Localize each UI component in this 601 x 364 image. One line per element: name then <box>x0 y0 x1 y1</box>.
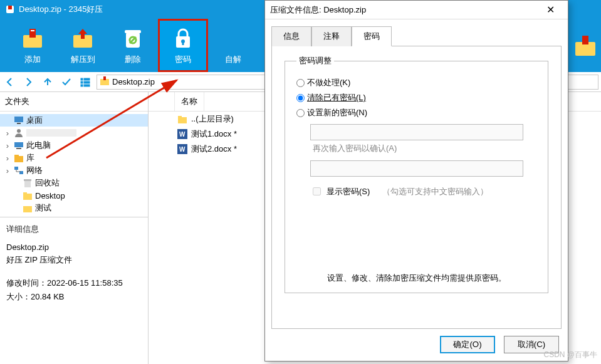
tree-label: 桌面 <box>26 115 43 126</box>
col-name[interactable]: 名称 <box>175 92 204 111</box>
svg-rect-26 <box>16 148 21 149</box>
radio-clear[interactable]: 清除已有密码(L) <box>296 90 536 105</box>
ok-button[interactable]: 确定(O) <box>440 336 495 353</box>
tree-desktop-folder[interactable]: Desktop <box>0 189 148 202</box>
password-label: 密码 <box>175 54 191 65</box>
tab-password[interactable]: 密码 <box>352 26 392 46</box>
detail-type: 好压 ZIP 压缩文件 <box>6 254 142 266</box>
window-title: Desktop.zip - 2345好压 <box>19 4 103 15</box>
svg-rect-7 <box>125 30 141 33</box>
svg-rect-32 <box>24 179 31 181</box>
tree-recycle[interactable]: 回收站 <box>0 177 148 189</box>
footer-message: 设置、修改、清除加密压缩文件均需提供原密码。 <box>296 273 536 284</box>
password-button[interactable]: 密码 <box>158 19 208 72</box>
delete-label: 删除 <box>125 54 141 65</box>
svg-rect-15 <box>81 81 83 83</box>
delete-button[interactable]: 删除 <box>108 19 158 72</box>
up-icon[interactable] <box>40 75 55 90</box>
radio-clear-label: 清除已有密码(L) <box>307 92 366 103</box>
radio-keep[interactable]: 不做处理(K) <box>296 75 536 90</box>
show-password-checkbox[interactable] <box>313 187 321 195</box>
word-icon: W <box>177 144 187 154</box>
back-icon[interactable] <box>3 75 18 90</box>
self-extract-button[interactable]: 自解 <box>208 19 258 72</box>
confirm-hint: 再次输入密码以确认(A) <box>313 143 536 154</box>
tree-test-folder[interactable]: 测试 <box>0 202 148 214</box>
svg-rect-25 <box>14 142 23 147</box>
tab-strip: 信息 注释 密码 <box>271 26 562 46</box>
radio-clear-input[interactable] <box>296 94 305 102</box>
tree-desktop[interactable]: 桌面 <box>0 114 148 127</box>
trash-icon <box>121 26 145 50</box>
fieldset-legend: 密码调整 <box>296 55 334 66</box>
cn-hint: （勾选可支持中文密码输入） <box>382 186 488 197</box>
extract-button[interactable]: 解压到 <box>58 19 108 72</box>
toolbar-right-icon <box>570 19 601 72</box>
svg-rect-4 <box>31 30 34 31</box>
sidebar: 文件夹 桌面 › ›此电脑 ›库 ›网络 回收站 Desktop 测试 详细信息… <box>0 92 149 364</box>
extract-label: 解压到 <box>71 54 95 65</box>
add-icon <box>21 26 44 50</box>
svg-rect-18 <box>84 81 90 83</box>
list-label: 测试2.docx * <box>191 143 237 155</box>
extract-icon <box>71 26 95 50</box>
tree-label: 测试 <box>35 202 51 214</box>
tree-lib[interactable]: ›库 <box>0 152 148 164</box>
svg-rect-19 <box>84 85 90 86</box>
svg-rect-34 <box>23 192 27 194</box>
detail-file: Desktop.zip <box>6 242 142 252</box>
details-panel: 详细信息 Desktop.zip 好压 ZIP 压缩文件 修改时间：2022-0… <box>0 217 148 364</box>
password-fieldset: 密码调整 不做处理(K) 清除已有密码(L) 设置新的密码(N) 再次输入密码以… <box>285 55 548 293</box>
lib-icon <box>14 153 24 163</box>
list-label: ..(上层目录) <box>191 113 234 125</box>
svg-rect-16 <box>81 85 83 86</box>
app-icon <box>5 4 15 14</box>
show-password-label: 显示密码(S) <box>327 186 370 197</box>
archive-name: Desktop.zip <box>112 77 155 86</box>
sidebar-header: 文件夹 <box>0 92 148 112</box>
close-icon[interactable]: ✕ <box>538 4 563 16</box>
tab-info[interactable]: 信息 <box>271 26 311 46</box>
svg-text:W: W <box>179 131 186 138</box>
folder-icon <box>177 114 187 124</box>
radio-keep-label: 不做处理(K) <box>307 77 350 88</box>
dialog-title: 压缩文件信息: Desktop.zip <box>270 4 538 16</box>
add-button[interactable]: 添加 <box>8 19 58 72</box>
tree-label: 回收站 <box>35 177 60 189</box>
tree: 桌面 › ›此电脑 ›库 ›网络 回收站 Desktop 测试 <box>0 112 148 217</box>
check-icon[interactable] <box>59 75 74 90</box>
self-icon <box>221 26 245 50</box>
tree-user[interactable]: › <box>0 127 148 139</box>
self-label: 自解 <box>225 54 241 65</box>
svg-rect-23 <box>17 123 21 124</box>
svg-point-24 <box>17 129 21 133</box>
radio-set-input[interactable] <box>296 109 305 117</box>
radio-set[interactable]: 设置新的密码(N) <box>296 105 536 120</box>
net-icon <box>14 165 24 175</box>
list-icon[interactable] <box>78 75 93 90</box>
desktop-icon <box>14 115 24 125</box>
password-input[interactable] <box>310 124 523 140</box>
tree-net[interactable]: ›网络 <box>0 164 148 177</box>
add-label: 添加 <box>24 54 41 65</box>
svg-rect-28 <box>14 155 19 157</box>
user-icon <box>14 128 24 138</box>
svg-rect-37 <box>178 116 182 118</box>
details-header: 详细信息 <box>6 222 142 240</box>
password-confirm-input[interactable] <box>310 160 523 177</box>
word-icon: W <box>177 129 187 139</box>
svg-rect-27 <box>14 156 23 162</box>
tree-pc[interactable]: ›此电脑 <box>0 139 148 152</box>
properties-dialog: 压缩文件信息: Desktop.zip ✕ 信息 注释 密码 密码调整 不做处理… <box>264 0 568 361</box>
svg-text:W: W <box>179 146 186 153</box>
archive-icon <box>100 76 110 88</box>
tab-comment[interactable]: 注释 <box>311 26 352 46</box>
tree-label: 网络 <box>26 165 43 176</box>
folder-icon <box>23 203 33 213</box>
svg-rect-31 <box>24 180 31 187</box>
forward-icon[interactable] <box>21 75 36 90</box>
list-label: 测试1.docx * <box>191 128 237 140</box>
radio-keep-input[interactable] <box>296 79 305 87</box>
svg-rect-22 <box>14 117 23 122</box>
watermark: CSDN @百事牛 <box>543 350 597 360</box>
